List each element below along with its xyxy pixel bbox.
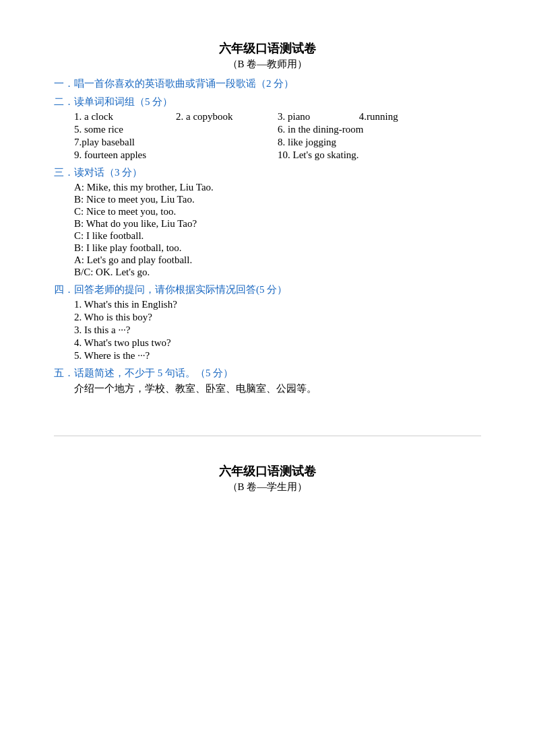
section-five-detail: 介绍一个地方，学校、教室、卧室、电脑室、公园等。 xyxy=(74,382,481,395)
section-four-header: 四．回答老师的提问，请你根据实际情况回答(5 分） xyxy=(54,283,481,296)
section-one: 一．唱一首你喜欢的英语歌曲或背诵一段歌谣（2 分） xyxy=(54,77,481,90)
dialog-line-5: C: I like football. xyxy=(74,230,481,242)
vocab-item-9: 9. fourteen apples xyxy=(74,149,278,161)
qa-line-4: 4. What's two plus two? xyxy=(74,337,481,349)
section-two-header: 二．读单词和词组（5 分） xyxy=(54,96,481,108)
dialog-line-8: B/C: OK. Let's go. xyxy=(74,267,481,278)
vocab-item-2: 2. a copybook xyxy=(176,111,278,123)
vocab-item-10: 10. Let's go skating. xyxy=(278,149,481,161)
qa-line-1: 1. What's this in English? xyxy=(74,299,481,310)
vocab-item-5: 5. some rice xyxy=(74,124,278,135)
section-five-header: 五．话题简述，不少于 5 句话。（5 分） xyxy=(54,367,481,380)
bottom-title: 六年级口语测试卷 xyxy=(54,463,481,479)
vocab-item-7: 7.play baseball xyxy=(74,137,278,148)
vocab-item-1: 1. a clock xyxy=(74,111,176,123)
dialog-line-4: B: What do you like, Liu Tao? xyxy=(74,218,481,230)
qa-line-5: 5. Where is the ···? xyxy=(74,350,481,362)
section-five: 五．话题简述，不少于 5 句话。（5 分） 介绍一个地方，学校、教室、卧室、电脑… xyxy=(54,367,481,395)
section-two: 二．读单词和词组（5 分） 1. a clock 2. a copybook 3… xyxy=(54,96,481,161)
section-two-content: 1. a clock 2. a copybook 3. piano 4.runn… xyxy=(54,111,481,161)
section-three-content: A: Mike, this my brother, Liu Tao. B: Ni… xyxy=(54,182,481,278)
page-divider xyxy=(54,436,481,436)
bottom-section: 六年级口语测试卷 （B 卷—学生用） xyxy=(54,463,481,493)
vocab-item-8: 8. like jogging xyxy=(278,137,481,148)
section-five-content: 介绍一个地方，学校、教室、卧室、电脑室、公园等。 xyxy=(54,382,481,395)
section-three: 三．读对话（3 分） A: Mike, this my brother, Liu… xyxy=(54,166,481,278)
vocab-item-3: 3. piano xyxy=(278,111,359,123)
page-subtitle-teacher: （B 卷—教师用） xyxy=(54,58,481,71)
qa-line-3: 3. Is this a ···? xyxy=(74,324,481,336)
dialog-line-6: B: I like play football, too. xyxy=(74,242,481,254)
section-one-header: 一．唱一首你喜欢的英语歌曲或背诵一段歌谣（2 分） xyxy=(54,78,294,89)
bottom-subtitle: （B 卷—学生用） xyxy=(54,481,481,493)
dialog-line-2: B: Nice to meet you, Liu Tao. xyxy=(74,194,481,205)
section-three-header: 三．读对话（3 分） xyxy=(54,166,481,179)
dialog-line-3: C: Nice to meet you, too. xyxy=(74,206,481,217)
section-four: 四．回答老师的提问，请你根据实际情况回答(5 分） 1. What's this… xyxy=(54,283,481,362)
section-four-content: 1. What's this in English? 2. Who is thi… xyxy=(54,299,481,362)
page-title: 六年级口语测试卷 xyxy=(54,40,481,57)
dialog-line-1: A: Mike, this my brother, Liu Tao. xyxy=(74,182,481,193)
vocab-item-6: 6. in the dining-room xyxy=(278,124,481,135)
vocab-item-4: 4.running xyxy=(359,111,481,123)
dialog-line-7: A: Let's go and play football. xyxy=(74,254,481,266)
qa-line-2: 2. Who is this boy? xyxy=(74,312,481,323)
